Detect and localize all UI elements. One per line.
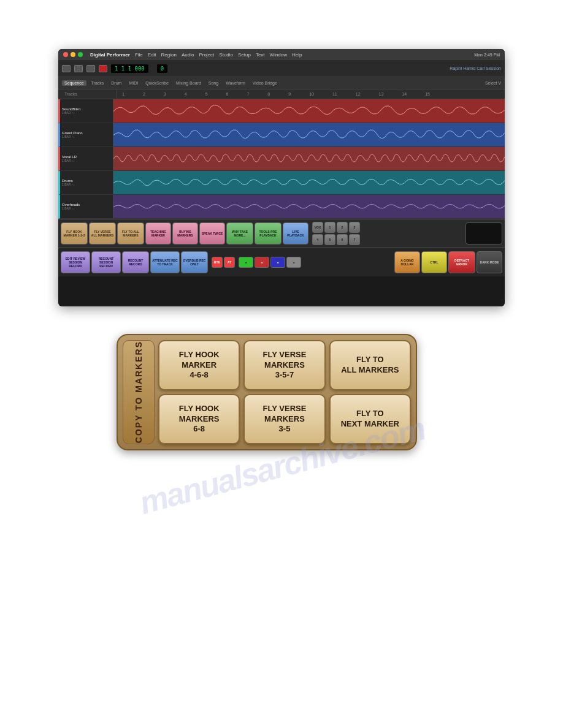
ctrl-btn-dark-mode[interactable]: DARK MODE (477, 251, 502, 273)
daw-window: Digital Performer File Edit Region Audio… (58, 49, 505, 306)
fly-verse-markers-35-button[interactable]: FLY VERSEMARKERS3-5 (243, 394, 325, 444)
tab-song[interactable]: Song (206, 80, 221, 86)
tempo-display: 0 (157, 64, 167, 73)
ctrl-btn-attenuate[interactable]: ATTENUATE REC TO TRACK (150, 251, 180, 273)
tab-waveform[interactable]: Waveform (223, 80, 248, 86)
waveform-3 (113, 147, 505, 170)
ctrl-btn-overdub[interactable]: OVERDUB REC ONLY (181, 251, 208, 273)
btn-label-fly-to-next: FLY TONEXT MARKER (341, 409, 399, 430)
time-display: 1 1 1 000 (111, 64, 148, 73)
panel-label: COPY TO MARKERS (123, 340, 155, 444)
status-btn-gray[interactable]: ● (286, 257, 301, 268)
ctrl-btn-buying[interactable]: BUYING MARKERS (172, 222, 198, 245)
track-label-2: Grand Piano 1 BAR ↑↓ (58, 123, 113, 147)
menu-window[interactable]: Window (270, 52, 287, 58)
tab-drum[interactable]: Drum (109, 80, 124, 86)
record-button[interactable] (99, 65, 107, 72)
ctrl-btn-live-playback[interactable]: LIVE PLAYBACK (283, 222, 308, 245)
daw-transport: 1 1 1 000 0 Rapini Hamid Carl Session (58, 60, 505, 77)
ctrl-btn-yellow-1[interactable]: CTRL (421, 251, 447, 273)
sq-btn-red-2[interactable]: AT (224, 257, 235, 268)
ctrl-btn-recount-record[interactable]: RECOUNT RECORD (122, 251, 149, 273)
status-btn-blue[interactable]: ● (270, 257, 285, 268)
menu-edit[interactable]: Edit (148, 52, 156, 58)
button-panel: COPY TO MARKERS FLY HOOKMARKER4-6-8 FLY … (117, 334, 417, 450)
svg-rect-0 (113, 99, 505, 123)
maximize-button[interactable] (78, 52, 83, 57)
menu-studio[interactable]: Studio (219, 52, 233, 58)
rewind-button[interactable] (62, 65, 71, 72)
play-button[interactable] (74, 65, 83, 72)
track-label-1: SoundBite1 1 BAR ↑↓ (58, 99, 113, 123)
ctrl-btn-recount-session[interactable]: RECOUNT SESSION RECORD (91, 251, 121, 273)
track-row-5 (113, 195, 505, 219)
sq-btn-red-1[interactable]: RTK (212, 257, 223, 268)
button-grid: FLY HOOKMARKER4-6-8 FLY VERSEMARKERS3-5-… (158, 340, 411, 444)
tab-quickscribe[interactable]: QuickScribe (143, 80, 171, 86)
minimize-button[interactable] (71, 52, 75, 57)
tab-mixing-board[interactable]: Mixing Board (174, 80, 204, 86)
tracks-ruler: Tracks 123456789101112131415 (58, 89, 505, 99)
svg-rect-3 (113, 171, 505, 194)
fly-to-all-markers-button[interactable]: FLY TOALL MARKERS (329, 340, 411, 390)
btn-label-fly-verse-35: FLY VERSEMARKERS3-5 (263, 404, 307, 435)
track-row-4 (113, 171, 505, 195)
stop-button[interactable] (86, 65, 95, 72)
tab-midi[interactable]: MIDI (126, 80, 140, 86)
status-btn-red[interactable]: ● (255, 257, 269, 268)
ctrl-btn-edit-review[interactable]: EDIT REVIEW SESSION RECORD (61, 251, 90, 273)
status-btns: ● ● ● ● (239, 257, 301, 268)
ctrl-btn-teaching[interactable]: TEACHING MARKER (145, 222, 171, 245)
btn-label-fly-to-all: FLY TOALL MARKERS (341, 355, 399, 376)
ctrl-btn-tools-pre[interactable]: TOOLS-PRE PLAYBACK (255, 222, 282, 245)
ctrl-btn-fly-hook-1[interactable]: FLY HOOK MARKER 1-2-3 (61, 222, 88, 245)
tracks-label: Tracks (62, 89, 117, 99)
ctrl-btn-speak-twice[interactable]: SPEAK TWICE (199, 222, 225, 245)
small-btn-group: RTK AT (212, 257, 235, 268)
sq-btn-6[interactable]: 6 (337, 234, 348, 245)
select-all[interactable]: Select V (485, 81, 501, 85)
track-row-3 (113, 147, 505, 171)
sq-btn-4[interactable]: 4 (312, 234, 323, 245)
button-panel-container: COPY TO MARKERS FLY HOOKMARKER4-6-8 FLY … (117, 334, 417, 450)
sq-btn-7[interactable]: 7 (349, 234, 360, 245)
fly-hook-marker-468-button[interactable]: FLY HOOKMARKER4-6-8 (158, 340, 240, 390)
menu-app[interactable]: Digital Performer (90, 52, 130, 58)
sq-btn-2[interactable]: 2 (337, 222, 348, 233)
menu-file[interactable]: File (135, 52, 143, 58)
fly-hook-markers-68-button[interactable]: FLY HOOKMARKERS6-8 (158, 394, 240, 444)
close-button[interactable] (63, 52, 68, 57)
sq-btn-vox[interactable]: VOX (312, 222, 323, 233)
menu-text[interactable]: Text (256, 52, 265, 58)
waveform-4 (113, 171, 505, 194)
menu-project[interactable]: Project (199, 52, 214, 58)
traffic-lights (63, 52, 83, 57)
menu-region[interactable]: Region (161, 52, 177, 58)
btn-label-fly-hook-468: FLY HOOKMARKER4-6-8 (179, 350, 220, 381)
svg-rect-2 (113, 147, 505, 170)
menu-setup[interactable]: Setup (238, 52, 251, 58)
fly-to-next-marker-button[interactable]: FLY TONEXT MARKER (329, 394, 411, 444)
menu-help[interactable]: Help (292, 52, 302, 58)
sq-btn-5[interactable]: 5 (324, 234, 335, 245)
tab-tracks[interactable]: Tracks (89, 80, 107, 86)
track-row-2 (113, 123, 505, 147)
track-label-3: Vocal LR 1 BAR ↑↓ (58, 147, 113, 171)
ctrl-btn-fly-to-all[interactable]: FLY TO ALL MARKERS (117, 222, 144, 245)
daw-toolbar: Sequence Tracks Drum MIDI QuickScribe Mi… (58, 77, 505, 89)
btn-label-fly-hook-68: FLY HOOKMARKERS6-8 (179, 404, 220, 435)
ruler-marks: 123456789101112131415 (117, 92, 501, 96)
fly-verse-markers-357-button[interactable]: FLY VERSEMARKERS3-5-7 (243, 340, 325, 390)
lcd-display (465, 222, 502, 245)
ctrl-btn-why-take[interactable]: WHY TAKE MORE... (226, 222, 253, 245)
tab-video-bridge[interactable]: Video Bridge (250, 80, 280, 86)
tab-sequence[interactable]: Sequence (62, 80, 86, 86)
menu-audio[interactable]: Audio (182, 52, 194, 58)
svg-rect-1 (113, 123, 505, 146)
ctrl-btn-a-going-dollar[interactable]: A GOING DOLLAR (394, 251, 420, 273)
sq-btn-1[interactable]: 1 (324, 222, 335, 233)
ctrl-btn-detract[interactable]: DETRACT ERROR (448, 251, 475, 273)
sq-btn-3[interactable]: 3 (349, 222, 360, 233)
ctrl-btn-fly-verse[interactable]: FLY VERSE ALL MARKERS (89, 222, 116, 245)
status-btn-green[interactable]: ● (239, 257, 253, 268)
